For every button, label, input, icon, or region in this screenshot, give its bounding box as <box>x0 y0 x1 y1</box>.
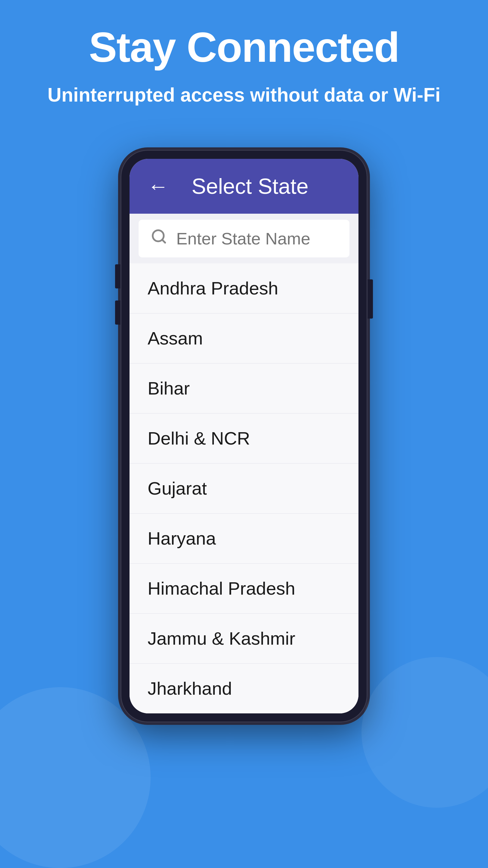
app-bar-title: Select State <box>181 174 340 198</box>
app-bar: ← Select State <box>130 159 358 214</box>
subtitle: Uninterrupted access without data or Wi-… <box>18 83 470 107</box>
list-item[interactable]: Bihar <box>130 364 358 413</box>
back-button[interactable]: ← <box>148 176 169 197</box>
app-content: ← Select State Andhra Pradesh <box>130 159 358 713</box>
search-icon <box>151 228 167 249</box>
header-section: Stay Connected Uninterrupted access with… <box>0 0 488 126</box>
phone-screen: ← Select State Andhra Pradesh <box>130 159 358 713</box>
phone-mockup: ← Select State Andhra Pradesh <box>121 150 367 722</box>
main-title: Stay Connected <box>18 24 470 70</box>
list-item[interactable]: Assam <box>130 313 358 364</box>
list-item[interactable]: Jammu & Kashmir <box>130 614 358 664</box>
list-item[interactable]: Haryana <box>130 514 358 564</box>
svg-line-1 <box>162 240 165 243</box>
state-list: Andhra Pradesh Assam Bihar Delhi & NCR G… <box>130 264 358 713</box>
power-button <box>367 279 373 318</box>
search-input[interactable] <box>176 229 358 248</box>
list-item[interactable]: Andhra Pradesh <box>130 264 358 313</box>
list-item[interactable]: Gujarat <box>130 464 358 514</box>
search-bar[interactable] <box>138 220 350 257</box>
list-item[interactable]: Delhi & NCR <box>130 413 358 464</box>
volume-up-button <box>115 264 121 288</box>
phone-shell: ← Select State Andhra Pradesh <box>121 150 367 722</box>
list-item[interactable]: Jharkhand <box>130 664 358 713</box>
list-item[interactable]: Himachal Pradesh <box>130 564 358 614</box>
volume-down-button <box>115 301 121 324</box>
